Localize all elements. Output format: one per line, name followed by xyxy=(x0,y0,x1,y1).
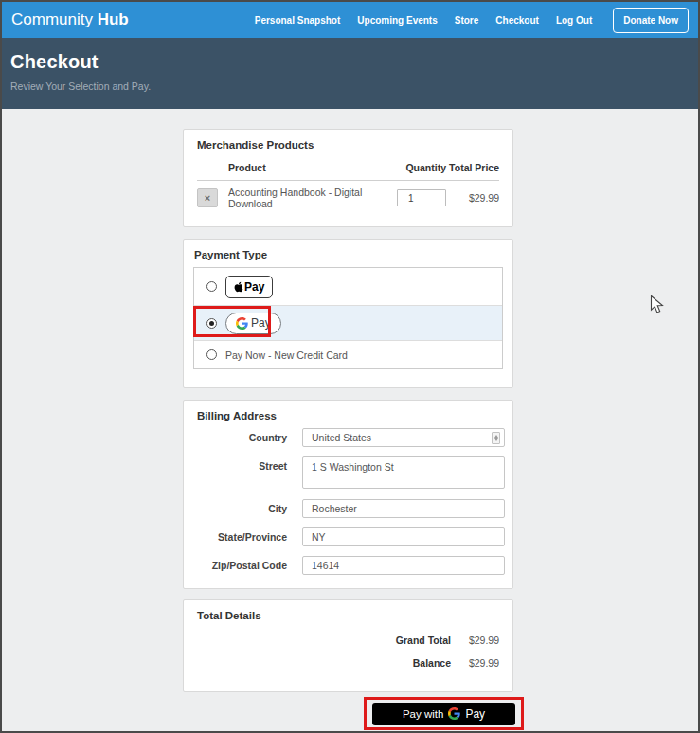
column-product: Product xyxy=(228,162,384,180)
pay-button-suffix: Pay xyxy=(465,707,485,721)
payment-option-credit-card[interactable]: Pay Now - New Credit Card xyxy=(194,341,502,368)
payment-option-apple-pay[interactable]: Pay xyxy=(194,268,502,306)
top-nav-links: Personal Snapshot Upcoming Events Store … xyxy=(255,8,689,33)
payment-options-list: Pay Pay Pay Now - New Credit Card xyxy=(193,267,503,369)
page-title: Checkout xyxy=(10,51,698,73)
nav-checkout[interactable]: Checkout xyxy=(495,15,539,26)
top-nav-bar: Community Hub Personal Snapshot Upcoming… xyxy=(2,2,698,38)
checkout-page: Community Hub Personal Snapshot Upcoming… xyxy=(0,0,700,733)
grand-total-row: Grand Total $29.99 xyxy=(396,635,499,646)
apple-logo-icon xyxy=(234,281,243,293)
page-subtitle: Review Your Selection and Pay. xyxy=(10,80,698,92)
remove-item-button[interactable]: × xyxy=(197,188,218,207)
payment-type-card: Payment Type Pay Pay xyxy=(183,239,513,388)
nav-upcoming-events[interactable]: Upcoming Events xyxy=(357,15,437,26)
product-name: Accounting Handbook - Digital Download xyxy=(228,187,384,209)
column-total-price: Total Price xyxy=(446,162,499,180)
street-input[interactable]: 1 S Washington St xyxy=(302,456,505,489)
apple-pay-radio[interactable] xyxy=(206,281,217,292)
pay-button-prefix: Pay with xyxy=(403,708,443,720)
merchandise-products-card: Merchandise Products Product Quantity To… xyxy=(183,129,513,227)
brand-light: Community xyxy=(11,10,93,28)
billing-card-title: Billing Address xyxy=(197,410,277,421)
quantity-input[interactable] xyxy=(397,189,446,206)
state-label: State/Province xyxy=(197,531,287,543)
country-select[interactable]: United States xyxy=(302,428,505,447)
page-header: Checkout Review Your Selection and Pay. xyxy=(2,38,698,109)
google-g-icon xyxy=(448,707,460,720)
brand-bold: Hub xyxy=(98,10,129,28)
merchandise-card-title: Merchandise Products xyxy=(197,139,314,151)
grand-total-label: Grand Total xyxy=(396,635,451,646)
select-spinner-icon[interactable] xyxy=(492,432,500,444)
total-details-card: Total Details Grand Total $29.99 Balance… xyxy=(183,599,513,692)
apple-pay-badge: Pay xyxy=(225,276,273,298)
google-g-icon xyxy=(236,317,248,330)
pay-button-highlight-annotation: Pay with Pay xyxy=(364,697,524,730)
payment-card-title: Payment Type xyxy=(194,249,267,260)
payment-option-google-pay[interactable]: Pay xyxy=(194,306,502,341)
column-quantity: Quantity xyxy=(384,162,446,180)
nav-store[interactable]: Store xyxy=(455,15,479,26)
balance-value: $29.99 xyxy=(463,657,499,669)
totals-card-title: Total Details xyxy=(197,610,261,621)
nav-log-out[interactable]: Log Out xyxy=(556,15,592,26)
table-row: × Accounting Handbook - Digital Download… xyxy=(197,187,499,207)
balance-row: Balance $29.99 xyxy=(413,657,499,669)
zip-input[interactable] xyxy=(302,556,505,575)
brand-logo[interactable]: Community Hub xyxy=(11,10,129,29)
country-label: Country xyxy=(197,432,287,443)
donate-now-button[interactable]: Donate Now xyxy=(613,8,689,33)
billing-address-card: Billing Address Country United States St… xyxy=(183,400,513,589)
nav-personal-snapshot[interactable]: Personal Snapshot xyxy=(255,15,341,26)
balance-label: Balance xyxy=(413,657,451,669)
street-label: Street xyxy=(197,460,287,472)
google-pay-badge: Pay xyxy=(225,313,281,334)
merchandise-table-header: Product Quantity Total Price xyxy=(197,162,499,181)
state-input[interactable] xyxy=(302,527,505,546)
credit-card-label: Pay Now - New Credit Card xyxy=(225,349,348,361)
credit-card-radio[interactable] xyxy=(206,349,217,360)
country-value: United States xyxy=(312,432,371,443)
main-content: Merchandise Products Product Quantity To… xyxy=(2,109,698,731)
apple-pay-label: Pay xyxy=(244,280,264,294)
pay-with-gpay-button[interactable]: Pay with Pay xyxy=(372,703,515,725)
city-input[interactable] xyxy=(302,499,505,518)
google-pay-label: Pay xyxy=(251,316,271,330)
google-pay-radio[interactable] xyxy=(206,318,217,329)
zip-label: Zip/Postal Code xyxy=(197,560,287,571)
city-label: City xyxy=(197,503,287,514)
item-total-price: $29.99 xyxy=(446,192,499,204)
grand-total-value: $29.99 xyxy=(463,635,499,646)
mouse-cursor-icon xyxy=(650,295,666,315)
